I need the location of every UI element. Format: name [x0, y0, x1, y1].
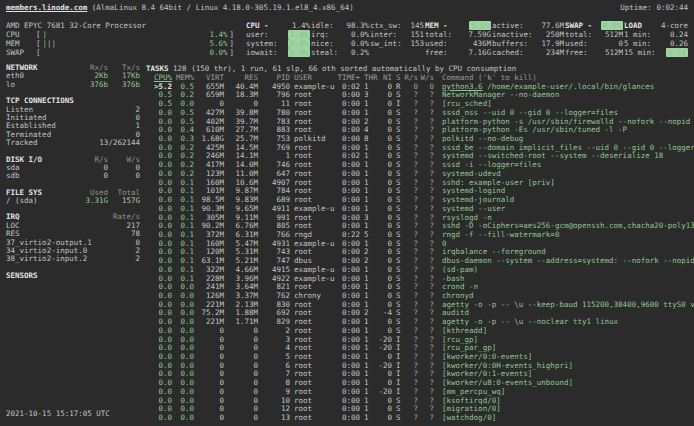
stat-row: cached:234M [492, 48, 564, 57]
stat-value: 1.4% [292, 21, 310, 30]
row-value: 2 [87, 247, 140, 255]
process-row: 0.00.1322M4.66M4915example-u0:0010S??(sd… [146, 266, 694, 275]
stat-value: 0.24 [670, 30, 688, 39]
stat-value: 151 [410, 30, 424, 39]
cell-cmd: [kworker/u8:0-events_unbound] [434, 379, 694, 388]
stat-value: 17.9M [541, 39, 564, 48]
stat-row: free:512M [565, 48, 623, 57]
stat-value: 234M [546, 48, 564, 57]
process-row: 0.00.00013root0:0010S??[watchdog/0] [146, 414, 694, 423]
stat-label: user: [246, 30, 269, 39]
stat-label: total: [425, 30, 452, 39]
process-table-header: CPU% MEM% VIRT RES PID USER TIME+ THR NI… [146, 74, 694, 83]
stat-row: ctx_sw:145 [370, 21, 424, 30]
row-value: 376b [108, 81, 140, 89]
quicklook: CPU[|1.4%]MEM[|||5.6%]SWAP[0.0%] [6, 30, 246, 57]
cell-cmd: systemd-journald [434, 196, 694, 205]
process-row: 0.00.00012root0:0010S??[migration/0] [146, 405, 694, 414]
stat-label: iowait: [246, 48, 278, 57]
stat-value: 0.0% [351, 30, 369, 39]
hostname: members.linode.com [6, 3, 87, 12]
process-row: 0.00.00010root0:0010S??[ksoftirqd/0] [146, 397, 694, 406]
row-value: 2 [72, 106, 140, 114]
stat-value: 0.0% [288, 48, 310, 57]
stat-label: cached: [492, 48, 524, 57]
stat-row: active:77.6M [492, 21, 564, 30]
stats-groups: CPU -1.4%user:1.4%system:0.4%iowait:0.0%… [246, 21, 688, 57]
gauge-label: MEM [6, 39, 36, 48]
row-value: 0 [108, 172, 140, 180]
process-row: 0.00.1101M9.87M784root0:0010S??systemd-l… [146, 187, 694, 196]
stats-group-mem: MEM -5.6%total:7.59Gused:436Mfree:7.16G [425, 21, 491, 57]
clock: 2021-10-15 15:17:05 UTC [6, 409, 110, 418]
stat-label: 5 min: [624, 39, 651, 48]
row-value: 0 [72, 114, 140, 122]
uptime: Uptime: 0:02:44 [620, 3, 688, 12]
stat-label: total: [565, 30, 592, 39]
process-row: 0.00.0002root0:0010S??[kthreadd] [146, 327, 694, 336]
process-row: 0.00.190.2M6.76M805root0:0010S??sshd -D … [146, 222, 694, 231]
tasks-summary: 128 (150 thr), 1 run, 61 slp, 66 oth sor… [173, 64, 516, 73]
process-row: 0.00.2417M14.0M746root0:0010S??sssd -i -… [146, 161, 694, 170]
cell-cmd: [rcu_par_gp] [434, 344, 694, 353]
stat-row [370, 48, 424, 57]
tasks-title: TASKS [146, 64, 169, 73]
stat-label: ctx_sw: [370, 21, 402, 30]
gauge-percent: 0.0% [209, 48, 227, 57]
stat-value: 0.4% [288, 39, 310, 48]
cell-cmd: [watchdog/0] [434, 414, 694, 423]
section-header-row: IRQRate/s [6, 213, 140, 221]
cell-cmd: sssd_be --domain implicit_files --uid 0 … [434, 144, 694, 153]
gauge-bar: 0.0% [41, 48, 230, 57]
stat-label: CPU - [246, 21, 269, 30]
cell-cmd: (sd-pam) [434, 266, 694, 275]
gauge-label: CPU [6, 30, 36, 39]
cell-thr: 1 [360, 414, 374, 423]
stat-label: active: [492, 21, 524, 30]
row-label: eth0 [6, 72, 72, 80]
stats-group-cpu-counters: ctx_sw:145inter:151sw_int:153 [370, 21, 424, 57]
sidebar-section-file-sys: FILE SYSUsedTotal/ (sda)3.31G157G [6, 189, 140, 206]
row-value: 376b [72, 81, 108, 89]
row-value: 217 [72, 222, 140, 230]
stat-label: free: [425, 48, 448, 57]
quicklook-gauge-swap: SWAP[0.0%] [6, 48, 246, 57]
row-label: / (sda) [6, 197, 72, 205]
glances-terminal[interactable]: members.linode.com (AlmaLinux 8.4 64bit … [0, 0, 694, 426]
quicklook-gauge-mem: MEM[|||5.6%] [6, 39, 246, 48]
cell-cmd: [kworker/0:0H-events_highpri] [434, 362, 694, 371]
stat-label: inactive: [492, 30, 533, 39]
cell-cmd: systemd-udevd [434, 170, 694, 179]
process-row: 0.00.1305M9.11M991root0:0030S??rsyslogd … [146, 214, 694, 223]
cell-cmd: 0 [434, 240, 694, 249]
stat-row: 15 min:0.11 [624, 48, 688, 57]
stat-label: used: [425, 39, 448, 48]
cell-s: S [392, 414, 404, 423]
process-row: 0.00.0008root0:0010I??[kworker/u8:0-even… [146, 379, 694, 388]
gauge: [|||5.6%] [36, 39, 234, 48]
sidebar-row: Tracked13/262144 [6, 139, 140, 147]
sidebar-row: sda00 [6, 164, 140, 172]
stat-row: total:512M [565, 30, 623, 39]
row-label: lo [6, 81, 72, 89]
stat-row: nice:0.0% [311, 39, 369, 48]
process-row: 0.00.1228M3.96M4922example-u0:0010S??-ba… [146, 275, 694, 284]
stat-label: nice: [311, 39, 334, 48]
column-header-command[interactable]: Command ('k' to kill) [434, 74, 694, 83]
gauge-bracket-close: ] [229, 39, 234, 48]
process-row: 0.00.1160M10.6M4907root0:0010S??sshd: ex… [146, 179, 694, 188]
process-row: 0.50.00011root0:0010I??[rcu_sched] [146, 100, 694, 109]
cell-cmd: -bash [434, 275, 694, 284]
section-header-row: DISK I/OR/sW/s [6, 156, 140, 164]
stat-value: 98.3% [346, 21, 369, 30]
stat-label: MEM - [425, 21, 448, 30]
stat-value: 512M [605, 48, 623, 57]
stat-value: 5.6% [469, 21, 491, 30]
stat-row: SWAP -0.0% [565, 21, 623, 30]
section-header-row: NETWORKRx/sTx/s [6, 64, 140, 72]
row-value: 157G [108, 197, 140, 205]
stat-value: 436M [473, 39, 491, 48]
process-row: 0.00.0005root0:0010I??[kworker/0:0-event… [146, 353, 694, 362]
process-row: 0.00.4610M27.7M883root0:0040S??platform-… [146, 126, 694, 135]
stat-label: sw_int: [370, 39, 402, 48]
